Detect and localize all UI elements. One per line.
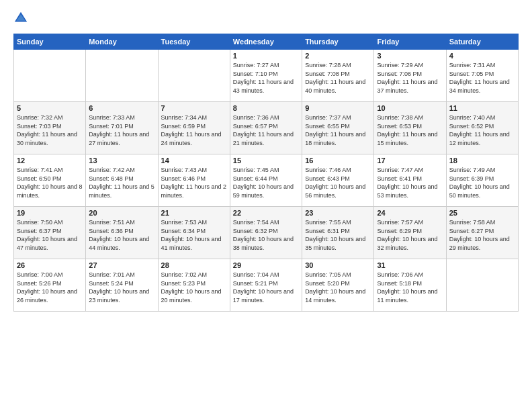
calendar-cell: 18Sunrise: 7:49 AMSunset: 6:39 PMDayligh… (446, 154, 518, 207)
day-number: 22 (233, 209, 299, 217)
calendar-cell: 3Sunrise: 7:29 AMSunset: 7:06 PMDaylight… (374, 50, 446, 102)
calendar-cell: 1Sunrise: 7:27 AMSunset: 7:10 PMDaylight… (230, 50, 302, 102)
day-number: 9 (305, 104, 371, 112)
calendar-cell: 25Sunrise: 7:58 AMSunset: 6:27 PMDayligh… (446, 207, 518, 259)
day-number: 7 (161, 104, 227, 112)
day-number: 29 (233, 261, 299, 269)
day-number: 30 (305, 261, 371, 269)
calendar-cell: 12Sunrise: 7:41 AMSunset: 6:50 PMDayligh… (14, 154, 86, 207)
calendar-cell (158, 50, 230, 102)
weekday-header: Monday (86, 34, 158, 50)
day-info: Sunrise: 7:53 AMSunset: 6:34 PMDaylight:… (161, 218, 227, 252)
calendar-cell (86, 50, 158, 102)
day-info: Sunrise: 7:47 AMSunset: 6:41 PMDaylight:… (377, 166, 443, 199)
day-number: 17 (377, 156, 443, 165)
day-info: Sunrise: 7:43 AMSunset: 6:46 PMDaylight:… (161, 166, 227, 199)
calendar-week-row: 5Sunrise: 7:32 AMSunset: 7:03 PMDaylight… (14, 102, 519, 154)
day-number: 28 (161, 261, 227, 269)
calendar-cell: 10Sunrise: 7:38 AMSunset: 6:53 PMDayligh… (374, 102, 446, 154)
weekday-header: Tuesday (158, 34, 230, 50)
calendar-week-row: 26Sunrise: 7:00 AMSunset: 5:26 PMDayligh… (14, 259, 519, 312)
day-info: Sunrise: 7:40 AMSunset: 6:52 PMDaylight:… (449, 113, 515, 147)
day-info: Sunrise: 7:46 AMSunset: 6:43 PMDaylight:… (305, 166, 371, 199)
day-number: 15 (233, 156, 299, 165)
day-number: 26 (17, 261, 83, 269)
day-info: Sunrise: 7:06 AMSunset: 5:18 PMDaylight:… (377, 271, 443, 304)
day-info: Sunrise: 7:04 AMSunset: 5:21 PMDaylight:… (233, 271, 299, 304)
day-number: 4 (449, 52, 515, 60)
day-number: 27 (89, 261, 154, 269)
day-number: 31 (377, 261, 443, 269)
calendar-cell: 5Sunrise: 7:32 AMSunset: 7:03 PMDaylight… (14, 102, 86, 154)
day-info: Sunrise: 7:05 AMSunset: 5:20 PMDaylight:… (305, 271, 371, 304)
day-info: Sunrise: 7:57 AMSunset: 6:29 PMDaylight:… (377, 218, 443, 252)
calendar-cell: 7Sunrise: 7:34 AMSunset: 6:59 PMDaylight… (158, 102, 230, 154)
weekday-header: Wednesday (230, 34, 302, 50)
calendar-cell: 9Sunrise: 7:37 AMSunset: 6:55 PMDaylight… (302, 102, 374, 154)
calendar-cell: 15Sunrise: 7:45 AMSunset: 6:44 PMDayligh… (230, 154, 302, 207)
day-number: 16 (305, 156, 371, 165)
day-number: 10 (377, 104, 443, 112)
day-info: Sunrise: 7:51 AMSunset: 6:36 PMDaylight:… (89, 218, 154, 252)
calendar-cell: 17Sunrise: 7:47 AMSunset: 6:41 PMDayligh… (374, 154, 446, 207)
calendar-cell: 21Sunrise: 7:53 AMSunset: 6:34 PMDayligh… (158, 207, 230, 259)
calendar-cell: 29Sunrise: 7:04 AMSunset: 5:21 PMDayligh… (230, 259, 302, 312)
day-info: Sunrise: 7:31 AMSunset: 7:05 PMDaylight:… (449, 61, 515, 95)
day-number: 14 (161, 156, 227, 165)
calendar-cell: 22Sunrise: 7:54 AMSunset: 6:32 PMDayligh… (230, 207, 302, 259)
weekday-header: Sunday (14, 34, 86, 50)
day-number: 5 (17, 104, 83, 112)
calendar-cell: 11Sunrise: 7:40 AMSunset: 6:52 PMDayligh… (446, 102, 518, 154)
day-info: Sunrise: 7:28 AMSunset: 7:08 PMDaylight:… (305, 61, 371, 95)
day-info: Sunrise: 7:55 AMSunset: 6:31 PMDaylight:… (305, 218, 371, 252)
day-info: Sunrise: 7:45 AMSunset: 6:44 PMDaylight:… (233, 166, 299, 199)
calendar-cell: 31Sunrise: 7:06 AMSunset: 5:18 PMDayligh… (374, 259, 446, 312)
calendar-cell: 30Sunrise: 7:05 AMSunset: 5:20 PMDayligh… (302, 259, 374, 312)
day-number: 20 (89, 209, 154, 217)
day-info: Sunrise: 7:49 AMSunset: 6:39 PMDaylight:… (449, 166, 515, 199)
calendar-cell (14, 50, 86, 102)
day-number: 21 (161, 209, 227, 217)
day-number: 12 (17, 156, 83, 165)
calendar-cell: 6Sunrise: 7:33 AMSunset: 7:01 PMDaylight… (86, 102, 158, 154)
day-number: 6 (89, 104, 154, 112)
day-info: Sunrise: 7:02 AMSunset: 5:23 PMDaylight:… (161, 271, 227, 304)
calendar-cell: 20Sunrise: 7:51 AMSunset: 6:36 PMDayligh… (86, 207, 158, 259)
day-number: 19 (17, 209, 83, 217)
day-info: Sunrise: 7:36 AMSunset: 6:57 PMDaylight:… (233, 113, 299, 147)
calendar-cell: 13Sunrise: 7:42 AMSunset: 6:48 PMDayligh… (86, 154, 158, 207)
weekday-header: Thursday (302, 34, 374, 50)
calendar-cell: 26Sunrise: 7:00 AMSunset: 5:26 PMDayligh… (14, 259, 86, 312)
weekday-header: Saturday (446, 34, 518, 50)
calendar-week-row: 12Sunrise: 7:41 AMSunset: 6:50 PMDayligh… (14, 154, 519, 207)
day-info: Sunrise: 7:37 AMSunset: 6:55 PMDaylight:… (305, 113, 371, 147)
day-number: 3 (377, 52, 443, 60)
day-info: Sunrise: 7:00 AMSunset: 5:26 PMDaylight:… (17, 271, 83, 304)
weekday-header-row: SundayMondayTuesdayWednesdayThursdayFrid… (14, 34, 519, 50)
day-info: Sunrise: 7:58 AMSunset: 6:27 PMDaylight:… (449, 218, 515, 252)
calendar-cell: 2Sunrise: 7:28 AMSunset: 7:08 PMDaylight… (302, 50, 374, 102)
day-info: Sunrise: 7:01 AMSunset: 5:24 PMDaylight:… (89, 271, 154, 304)
day-number: 23 (305, 209, 371, 217)
day-info: Sunrise: 7:27 AMSunset: 7:10 PMDaylight:… (233, 61, 299, 95)
calendar-cell: 23Sunrise: 7:55 AMSunset: 6:31 PMDayligh… (302, 207, 374, 259)
calendar-week-row: 19Sunrise: 7:50 AMSunset: 6:37 PMDayligh… (14, 207, 519, 259)
day-number: 1 (233, 52, 299, 60)
calendar-week-row: 1Sunrise: 7:27 AMSunset: 7:10 PMDaylight… (14, 50, 519, 102)
weekday-header: Friday (374, 34, 446, 50)
calendar-cell (446, 259, 518, 312)
day-info: Sunrise: 7:42 AMSunset: 6:48 PMDaylight:… (89, 166, 154, 199)
calendar-cell: 8Sunrise: 7:36 AMSunset: 6:57 PMDaylight… (230, 102, 302, 154)
calendar-cell: 16Sunrise: 7:46 AMSunset: 6:43 PMDayligh… (302, 154, 374, 207)
calendar-cell: 27Sunrise: 7:01 AMSunset: 5:24 PMDayligh… (86, 259, 158, 312)
calendar-cell: 28Sunrise: 7:02 AMSunset: 5:23 PMDayligh… (158, 259, 230, 312)
day-number: 2 (305, 52, 371, 60)
day-number: 24 (377, 209, 443, 217)
day-info: Sunrise: 7:32 AMSunset: 7:03 PMDaylight:… (17, 113, 83, 147)
day-info: Sunrise: 7:29 AMSunset: 7:06 PMDaylight:… (377, 61, 443, 95)
day-info: Sunrise: 7:41 AMSunset: 6:50 PMDaylight:… (17, 166, 83, 199)
calendar-cell: 4Sunrise: 7:31 AMSunset: 7:05 PMDaylight… (446, 50, 518, 102)
day-number: 25 (449, 209, 515, 217)
day-info: Sunrise: 7:33 AMSunset: 7:01 PMDaylight:… (89, 113, 154, 147)
day-info: Sunrise: 7:54 AMSunset: 6:32 PMDaylight:… (233, 218, 299, 252)
